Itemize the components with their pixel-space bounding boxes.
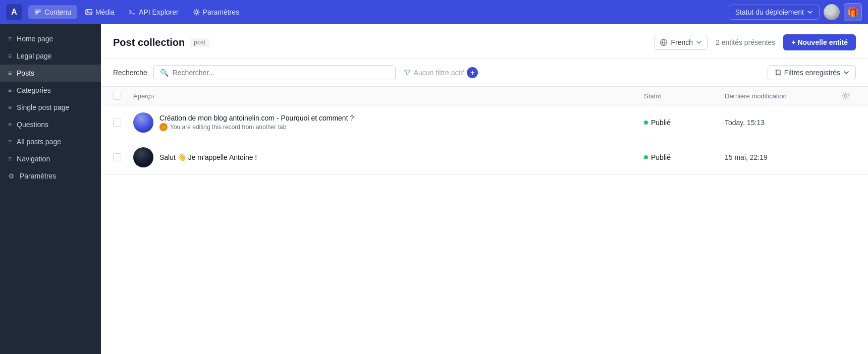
nav-contenu-label: Contenu (44, 8, 71, 16)
deploy-label: Statut du déploiement (735, 8, 804, 16)
sidebar-label-parametres: Paramètres (20, 172, 56, 180)
user-avatar[interactable] (824, 4, 840, 20)
row1-subtitle: You are editing this record from another… (159, 123, 354, 131)
questions-icon: ≡ (8, 121, 12, 128)
header-right: French 2 entités présentes + Nouvelle en… (654, 34, 856, 50)
sidebar-item-categories[interactable]: ≡ Categories (0, 82, 101, 99)
table-settings-icon[interactable] (842, 92, 850, 100)
row2-status-text: Publié (651, 153, 671, 161)
row2-date: 15 mai, 22:19 (725, 153, 836, 161)
svg-point-1 (195, 11, 197, 13)
row2-checkbox-cell (113, 153, 133, 161)
nav-parametres[interactable]: Paramètres (187, 5, 245, 19)
data-table: Aperçu Statut Dernière modification (101, 87, 868, 175)
categories-icon: ≡ (8, 87, 12, 94)
row1-status-text: Publié (651, 119, 671, 127)
topbar-right: Statut du déploiement 🎁 (729, 3, 862, 21)
avatar-image (824, 4, 840, 20)
content-header: Post collection post French 2 entités pr… (101, 24, 868, 59)
row1-checkbox[interactable] (113, 119, 121, 127)
nav-parametres-label: Paramètres (203, 8, 239, 16)
row2-info: Salut 👋 Je m'appelle Antoine ! (159, 153, 257, 161)
language-selector[interactable]: French (654, 35, 708, 50)
sidebar-item-single-post-page[interactable]: ≡ Single post page (0, 99, 101, 116)
col-settings-header (836, 92, 856, 100)
row1-status-dot (644, 121, 648, 125)
row1-avatar (133, 112, 153, 133)
navigation-icon: ≡ (8, 155, 12, 162)
sidebar-label-categories: Categories (17, 86, 51, 94)
sidebar-label-posts: Posts (17, 69, 34, 77)
table-row[interactable]: Salut 👋 Je m'appelle Antoine ! Publié 15… (101, 140, 868, 175)
layout: ≡ Home page ≡ Legal page ≡ Posts ≡ Categ… (0, 24, 868, 354)
deploy-status-button[interactable]: Statut du déploiement (729, 5, 820, 20)
row2-avatar (133, 147, 153, 167)
svg-point-3 (845, 95, 847, 97)
search-input[interactable] (173, 69, 389, 77)
search-bar: Recherche 🔍 Aucun filtre actif + Filtres… (101, 59, 868, 87)
home-page-icon: ≡ (8, 35, 12, 42)
entity-count: 2 entités présentes (716, 38, 775, 46)
nav-api-explorer[interactable]: API Explorer (123, 5, 185, 19)
language-label: French (671, 38, 693, 46)
legal-page-icon: ≡ (8, 52, 12, 60)
sidebar-item-questions[interactable]: ≡ Questions (0, 116, 101, 133)
new-entity-label: + Nouvelle entité (791, 38, 848, 46)
row2-title: Salut 👋 Je m'appelle Antoine ! (159, 153, 257, 161)
col-derniere-modif: Dernière modification (725, 92, 836, 100)
nav-contenu[interactable]: Contenu (28, 5, 77, 19)
sidebar-label-single-post-page: Single post page (17, 103, 69, 111)
row1-status: Publié (644, 119, 725, 127)
row1-checkbox-cell (113, 119, 133, 127)
add-filter-button[interactable]: + (467, 67, 478, 78)
table-header: Aperçu Statut Dernière modification (101, 87, 868, 105)
filter-icon (404, 69, 411, 76)
gift-icon: 🎁 (847, 7, 858, 18)
row2-preview: Salut 👋 Je m'appelle Antoine ! (133, 147, 644, 167)
sidebar-item-all-posts-page[interactable]: ≡ All posts page (0, 133, 101, 150)
gear-icon: ⚙ (8, 172, 15, 180)
topbar: A Contenu Média API Explorer Paramètres … (0, 0, 868, 24)
api-icon (129, 9, 136, 16)
main-content: Post collection post French 2 entités pr… (101, 24, 868, 354)
row1-editing-avatar (159, 123, 168, 131)
saved-filters-button[interactable]: Filtres enregistrés (768, 65, 856, 80)
sidebar-item-home-page[interactable]: ≡ Home page (0, 30, 101, 47)
nav-api-label: API Explorer (139, 8, 179, 16)
search-icon: 🔍 (160, 69, 169, 77)
select-all-checkbox[interactable] (113, 92, 121, 100)
sidebar-label-questions: Questions (17, 121, 48, 129)
bookmark-icon (774, 69, 781, 76)
posts-icon: ≡ (8, 70, 12, 77)
row1-info: Création de mon blog antoinelin.com - Po… (159, 114, 354, 131)
gift-button[interactable]: 🎁 (844, 3, 862, 21)
table-row[interactable]: Création de mon blog antoinelin.com - Po… (101, 105, 868, 140)
sidebar-item-legal-page[interactable]: ≡ Legal page (0, 47, 101, 65)
row2-status: Publié (644, 153, 725, 161)
sidebar-item-posts[interactable]: ≡ Posts (0, 65, 101, 82)
row2-checkbox[interactable] (113, 153, 121, 161)
main-inner: Post collection post French 2 entités pr… (101, 24, 868, 354)
saved-filters-label: Filtres enregistrés (784, 69, 840, 77)
search-label: Recherche (113, 69, 147, 77)
search-input-wrap[interactable]: 🔍 (153, 65, 396, 80)
parametres-topbar-icon (193, 9, 200, 16)
sidebar-label-legal-page: Legal page (17, 52, 51, 60)
header-checkbox-cell (113, 92, 133, 100)
sidebar-item-navigation[interactable]: ≡ Navigation (0, 150, 101, 167)
row1-subtitle-text: You are editing this record from another… (170, 124, 286, 131)
media-icon (85, 9, 92, 16)
col-apercu: Aperçu (133, 92, 644, 100)
saved-filters-chevron-icon (843, 70, 849, 76)
sidebar-label-navigation: Navigation (17, 155, 50, 163)
logo-button[interactable]: A (6, 4, 22, 20)
nav-media[interactable]: Média (79, 5, 121, 19)
sidebar-item-parametres[interactable]: ⚙ Paramètres (0, 167, 101, 185)
row2-status-dot (644, 155, 648, 159)
nav-media-label: Média (95, 8, 115, 16)
new-entity-button[interactable]: + Nouvelle entité (783, 34, 856, 50)
no-filter-label: Aucun filtre actif (414, 69, 464, 77)
content-title: Post collection (113, 37, 185, 48)
chevron-down-icon (807, 9, 813, 15)
sidebar: ≡ Home page ≡ Legal page ≡ Posts ≡ Categ… (0, 24, 101, 354)
